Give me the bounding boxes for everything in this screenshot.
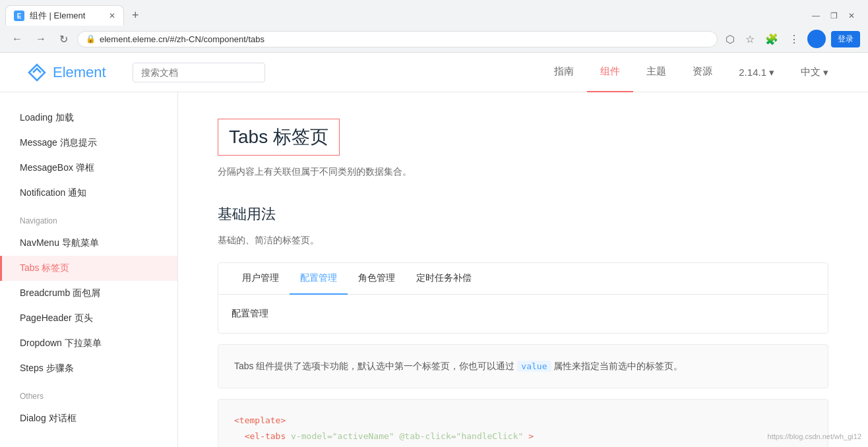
search-input[interactable] — [133, 63, 265, 82]
forward-button[interactable]: → — [32, 32, 50, 46]
code-tag-template: <template> — [234, 415, 286, 425]
nav-item-components[interactable]: 组件 — [587, 53, 633, 92]
lang-chevron-icon: ▾ — [823, 67, 828, 78]
sidebar-group-others: Others — [0, 381, 177, 406]
code-line-2: <el-tabs v-model="activeName" @tab-click… — [234, 429, 812, 444]
logo-text: Element — [53, 64, 106, 81]
signin-button[interactable]: 登录 — [831, 31, 860, 47]
tab-bar: E 组件 | Element ✕ + — ❐ ✕ — [0, 0, 868, 26]
extensions-button[interactable]: ⬡ — [723, 30, 737, 48]
code-tag-close: > — [528, 431, 534, 441]
demo-box: 用户管理 配置管理 角色管理 定时任务补偿 配置管理 — [218, 262, 828, 334]
sidebar-item-navmenu[interactable]: NavMenu 导航菜单 — [0, 231, 177, 256]
explain-code: value — [517, 361, 551, 372]
address-bar-row: ← → ↻ 🔒 element.eleme.cn/#/zh-CN/compone… — [0, 26, 868, 52]
version-selector[interactable]: 2.14.1 ▾ — [726, 67, 788, 78]
section1-desc: 基础的、简洁的标签页。 — [218, 235, 828, 247]
demo-tab-user[interactable]: 用户管理 — [232, 263, 290, 295]
sidebar-item-messagebox[interactable]: MessageBox 弹框 — [0, 156, 177, 181]
browser-chrome: E 组件 | Element ✕ + — ❐ ✕ ← → ↻ 🔒 element… — [0, 0, 868, 53]
sidebar-item-notification[interactable]: Notification 通知 — [0, 181, 177, 206]
close-window-button[interactable]: ✕ — [848, 11, 855, 20]
new-tab-button[interactable]: + — [127, 6, 144, 25]
profile-button[interactable] — [807, 30, 826, 48]
explain-text-after: 属性来指定当前选中的标签页。 — [553, 361, 683, 371]
code-tag-el-tabs: <el-tabs — [245, 431, 286, 441]
browser-tab[interactable]: E 组件 | Element ✕ — [5, 5, 124, 26]
version-chevron-icon: ▾ — [769, 67, 774, 78]
address-bar[interactable]: 🔒 element.eleme.cn/#/zh-CN/component/tab… — [77, 31, 718, 47]
window-controls: — ❐ ✕ — [804, 6, 863, 26]
maximize-button[interactable]: ❐ — [830, 11, 838, 20]
minimize-button[interactable]: — — [812, 11, 820, 20]
main-layout: Loading 加载 Message 消息提示 MessageBox 弹框 No… — [0, 92, 868, 447]
profile-extensions-button[interactable]: 🧩 — [762, 30, 781, 48]
page-subtitle: 分隔内容上有关联但属于不同类别的数据集合。 — [218, 166, 828, 178]
sidebar-item-message[interactable]: Message 消息提示 — [0, 131, 177, 156]
lang-text: 中文 — [801, 66, 821, 78]
sidebar-item-breadcrumb[interactable]: Breadcrumb 面包屑 — [0, 281, 177, 306]
sidebar: Loading 加载 Message 消息提示 MessageBox 弹框 No… — [0, 92, 178, 447]
demo-tab-task[interactable]: 定时任务补偿 — [406, 263, 482, 295]
lang-selector[interactable]: 中文 ▾ — [788, 66, 842, 78]
page-title-box: Tabs 标签页 — [218, 119, 340, 156]
more-button[interactable]: ⋮ — [786, 30, 802, 48]
back-button[interactable]: ← — [8, 32, 26, 46]
sidebar-item-dialog[interactable]: Dialog 对话框 — [0, 406, 177, 431]
refresh-button[interactable]: ↻ — [55, 32, 72, 47]
code-explain-box: Tabs 组件提供了选项卡功能，默认选中第一个标签页，你也可以通过 value … — [218, 344, 828, 388]
sidebar-item-pageheader[interactable]: PageHeader 页头 — [0, 306, 177, 331]
tab-close-button[interactable]: ✕ — [109, 11, 115, 20]
url-text: element.eleme.cn/#/zh-CN/component/tabs — [100, 34, 264, 44]
tab-title: 组件 | Element — [30, 10, 85, 22]
demo-tabs-header: 用户管理 配置管理 角色管理 定时任务补偿 — [218, 263, 828, 295]
version-text: 2.14.1 — [739, 67, 766, 78]
demo-tab-content-text: 配置管理 — [232, 308, 268, 318]
code-attr-tabclick: @tab-click= — [399, 431, 456, 441]
sidebar-item-tabs[interactable]: Tabs 标签页 — [0, 256, 177, 281]
watermark: https://blog.csdn.net/wh_gi12 — [768, 432, 861, 440]
demo-tab-role[interactable]: 角色管理 — [348, 263, 406, 295]
nav-item-guide[interactable]: 指南 — [541, 53, 587, 92]
header-nav: 指南 组件 主题 资源 2.14.1 ▾ 中文 ▾ — [541, 53, 842, 92]
browser-actions: ⬡ ☆ 🧩 ⋮ 登录 — [723, 30, 860, 48]
tab-favicon: E — [14, 11, 24, 21]
code-attr-vmodel: v-model= — [291, 431, 332, 441]
content-area: Tabs 标签页 分隔内容上有关联但属于不同类别的数据集合。 基础用法 基础的、… — [178, 92, 868, 447]
code-string-activename: "activeName" — [332, 431, 394, 441]
nav-item-theme[interactable]: 主题 — [633, 53, 679, 92]
code-block: <template> <el-tabs v-model="activeName"… — [218, 399, 828, 447]
nav-item-resources[interactable]: 资源 — [679, 53, 726, 92]
logo[interactable]: Element — [26, 62, 106, 83]
demo-tab-config[interactable]: 配置管理 — [290, 263, 348, 295]
logo-icon — [26, 62, 47, 83]
sidebar-group-navigation: Navigation — [0, 206, 177, 231]
bookmark-button[interactable]: ☆ — [743, 30, 757, 48]
code-string-handleclick: "handleClick" — [456, 431, 524, 441]
explain-text-before: Tabs 组件提供了选项卡功能，默认选中第一个标签页，你也可以通过 — [234, 361, 514, 371]
page-title: Tabs 标签页 — [229, 125, 328, 150]
demo-tab-content: 配置管理 — [218, 295, 828, 333]
sidebar-item-loading[interactable]: Loading 加载 — [0, 105, 177, 131]
sidebar-item-dropdown[interactable]: Dropdown 下拉菜单 — [0, 331, 177, 356]
app-header: Element 指南 组件 主题 资源 2.14.1 ▾ 中文 ▾ — [0, 53, 868, 92]
section1-title: 基础用法 — [218, 204, 828, 224]
lock-icon: 🔒 — [86, 34, 96, 44]
code-line-1: <template> — [234, 413, 812, 428]
sidebar-item-steps[interactable]: Steps 步骤条 — [0, 356, 177, 381]
